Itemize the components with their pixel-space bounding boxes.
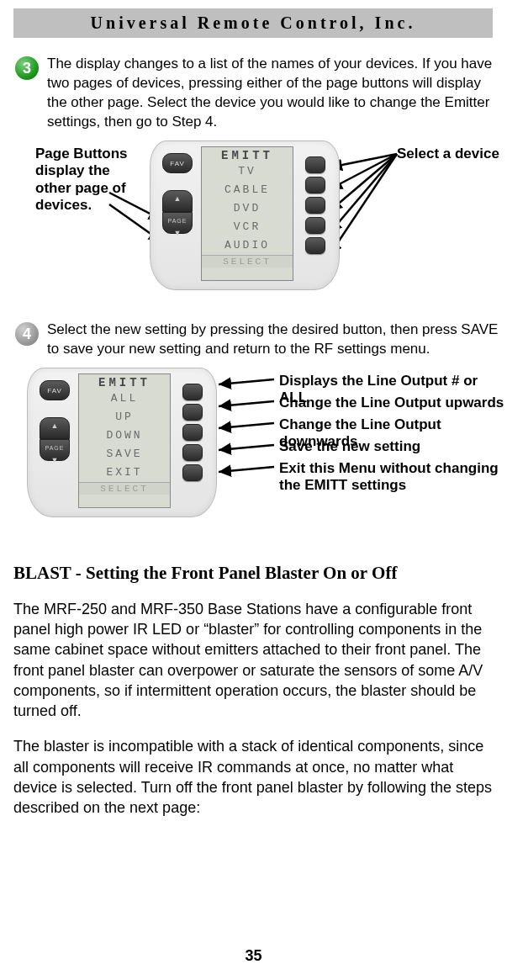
lcd-row: TV <box>202 162 293 181</box>
section-heading-blast: BLAST - Setting the Front Panel Blaster … <box>13 563 494 584</box>
softkey <box>182 384 203 400</box>
arrow-fig2-group <box>215 376 283 502</box>
svg-line-2 <box>330 154 397 167</box>
softkey <box>182 444 203 461</box>
remote-2: FAV ▲ PAGE▼ EMITT ALL UP DOWN SAVE EXIT … <box>27 368 217 517</box>
lcd-row: UP <box>79 408 170 426</box>
softkey <box>305 237 325 254</box>
header-company: Universal Remote Control, Inc. <box>13 8 493 38</box>
svg-line-4 <box>330 154 397 211</box>
fig2-anno-5: Exit this Menu without changing the EMIT… <box>279 460 503 495</box>
svg-line-9 <box>219 423 274 428</box>
softkeys-right <box>182 380 204 485</box>
fig1-left-annotation: Page Buttons display the other page of d… <box>35 146 136 215</box>
fig2-anno-4: Save the new setting <box>279 438 420 455</box>
step-4-badge: 4 <box>15 322 39 346</box>
lcd-title: EMITT <box>202 149 293 162</box>
lcd-row: ALL <box>79 389 170 408</box>
section-paragraph-1: The MRF-250 and MRF-350 Base Stations ha… <box>13 599 494 722</box>
softkey <box>182 464 203 481</box>
section-paragraph-2: The blaster is incompatible with a stack… <box>13 736 494 818</box>
softkey <box>305 156 325 173</box>
softkey <box>305 197 325 214</box>
figure-2: Displays the Line Output # or ALL Change… <box>0 369 507 538</box>
svg-line-8 <box>219 401 274 406</box>
lcd-row: EXIT <box>79 464 170 482</box>
lcd-row: CABLE <box>202 181 293 199</box>
lcd-row: DOWN <box>79 426 170 445</box>
lcd-1: EMITT TV CABLE DVD VCR AUDIO SELECT <box>201 146 293 281</box>
softkey <box>182 424 203 441</box>
svg-line-11 <box>219 467 274 472</box>
softkey <box>305 217 325 234</box>
page-down: PAGE▼ <box>162 212 193 234</box>
softkey <box>305 177 325 193</box>
softkey <box>182 404 203 421</box>
fig2-anno-2: Change the Line Output upwards <box>279 395 504 411</box>
page-buttons: ▲ PAGE▼ <box>40 417 70 461</box>
page-up: ▲ <box>162 190 193 212</box>
lcd-title: EMITT <box>79 376 170 389</box>
step-3: 3 The display changes to a list of the n… <box>0 55 507 132</box>
lcd-select-label: SELECT <box>79 482 170 495</box>
lcd-2: EMITT ALL UP DOWN SAVE EXIT SELECT <box>78 373 171 508</box>
svg-line-10 <box>219 445 274 450</box>
page-number: 35 <box>0 947 507 965</box>
lcd-select-label: SELECT <box>202 255 293 268</box>
svg-line-7 <box>219 379 274 384</box>
fig1-right-annotation: Select a device <box>397 146 499 162</box>
fav-button: FAV <box>162 153 193 173</box>
step-3-badge: 3 <box>15 56 39 80</box>
page-up: ▲ <box>40 417 70 439</box>
lcd-row: DVD <box>202 199 293 218</box>
remote-1: FAV ▲ PAGE▼ EMITT TV CABLE DVD VCR AUDIO… <box>150 140 340 290</box>
svg-line-6 <box>330 154 397 255</box>
step-4: 4 Select the new setting by pressing the… <box>0 320 507 359</box>
page-buttons: ▲ PAGE▼ <box>162 190 193 234</box>
svg-line-3 <box>330 154 397 189</box>
lcd-row: VCR <box>202 218 293 236</box>
lcd-row: SAVE <box>79 445 170 464</box>
lcd-row: AUDIO <box>202 236 293 255</box>
page-down: PAGE▼ <box>40 439 70 461</box>
softkeys-right <box>305 153 327 257</box>
step-3-text: The display changes to a list of the nam… <box>47 55 502 132</box>
step-4-text: Select the new setting by pressing the d… <box>47 320 502 359</box>
figure-1: Page Buttons display the other page of d… <box>0 142 507 302</box>
svg-line-5 <box>330 154 397 233</box>
fav-button: FAV <box>40 380 70 400</box>
